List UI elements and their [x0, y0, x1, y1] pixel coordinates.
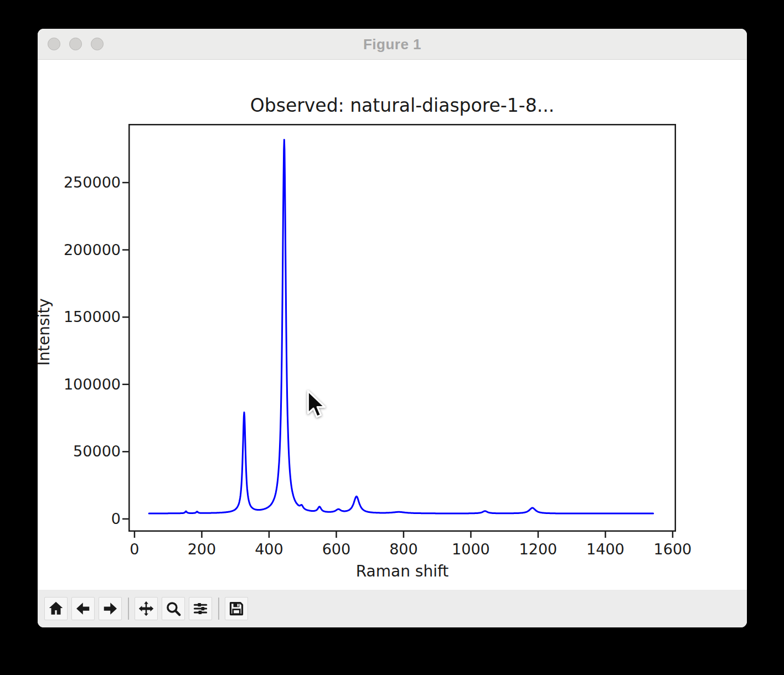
- x-axis-label: Raman shift: [128, 562, 676, 580]
- x-tick-label: 600: [322, 541, 351, 558]
- tick-marks: [122, 183, 673, 538]
- x-tick-label: 200: [188, 541, 216, 558]
- y-tick-label: 250000: [38, 174, 121, 191]
- mouse-cursor: [306, 390, 326, 421]
- home-button[interactable]: [44, 597, 68, 620]
- forward-button[interactable]: [99, 597, 122, 620]
- axes[interactable]: [128, 124, 676, 532]
- y-tick-label: 50000: [38, 443, 121, 460]
- x-tick-label: 1400: [586, 541, 625, 558]
- axes-frame: [129, 124, 675, 531]
- x-tick-label: 1200: [519, 541, 558, 558]
- figure-window: Figure 1 Observed: natural-diaspore-1-8.…: [38, 29, 747, 627]
- y-tick-label: 150000: [38, 308, 121, 326]
- toolbar-separator: [128, 598, 129, 620]
- back-icon: [75, 600, 91, 617]
- x-tick-label: 0: [130, 541, 139, 558]
- window-title: Figure 1: [38, 29, 747, 60]
- y-axis-label: Intensity: [38, 290, 54, 373]
- save-button[interactable]: [225, 597, 248, 620]
- plot-canvas[interactable]: Observed: natural-diaspore-1-8... Intens…: [38, 60, 747, 590]
- configure-subplots-icon: [192, 600, 209, 617]
- pan-button[interactable]: [135, 597, 158, 620]
- x-tick-label: 1000: [452, 541, 490, 558]
- back-button[interactable]: [71, 597, 95, 620]
- y-tick-label: 0: [38, 510, 121, 528]
- save-icon: [228, 600, 245, 617]
- home-icon: [48, 600, 64, 617]
- configure-subplots-button[interactable]: [189, 597, 212, 620]
- forward-icon: [102, 600, 118, 617]
- x-tick-label: 400: [255, 541, 283, 558]
- pan-icon: [138, 600, 154, 617]
- x-tick-label: 1600: [654, 541, 692, 558]
- toolbar-separator: [218, 598, 219, 620]
- y-tick-label: 200000: [38, 241, 121, 259]
- window-titlebar[interactable]: Figure 1: [38, 29, 747, 60]
- zoom-to-rect-button[interactable]: [162, 597, 185, 620]
- plot-title: Observed: natural-diaspore-1-8...: [128, 94, 676, 117]
- navigation-toolbar: [38, 590, 747, 627]
- x-tick-label: 800: [389, 541, 418, 558]
- spectrum-line: [149, 139, 653, 513]
- y-tick-label: 100000: [38, 376, 121, 393]
- zoom-to-rect-icon: [165, 600, 182, 617]
